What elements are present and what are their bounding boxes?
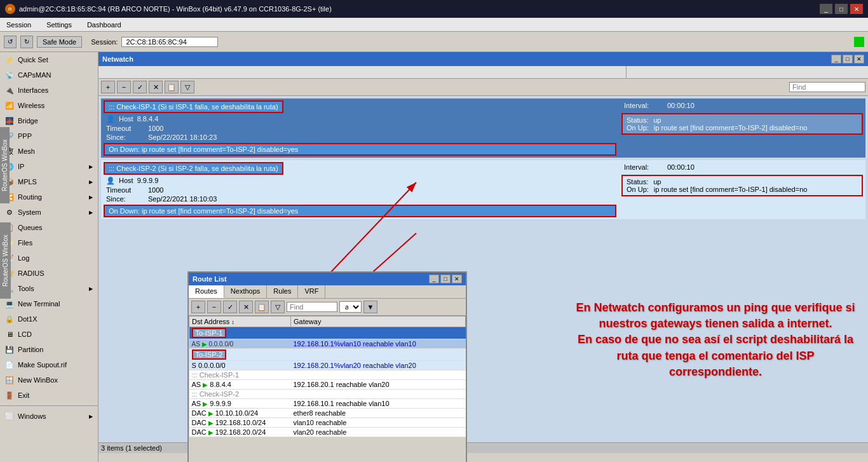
table-row[interactable]: ::: Check-ISP-2 [189,390,466,399]
route-close[interactable]: ✕ [452,275,462,283]
isp2-row[interactable]: ::: Check-ISP-2 (Si si ISP-2 falla, se d… [101,160,865,219]
route-titlebar: Route List _ □ ✕ [189,273,466,285]
isp1-header: ::: Check-ISP-1 (Si si ISP-1 falla, se d… [104,100,283,113]
col-dst-address[interactable]: Dst Address ↕ [189,316,291,327]
route-maximize[interactable]: □ [440,275,451,283]
route-minimize[interactable]: _ [429,275,439,283]
isp2-status-label: Status: [627,178,648,186]
refresh-icon[interactable]: ↺ [4,36,17,48]
sidebar-label-interfaces: Interfaces [18,86,48,94]
sidebar-item-files[interactable]: 📁 Files [0,235,98,250]
sidebar-item-radius[interactable]: 🔐 RADIUS [0,266,98,281]
table-row[interactable]: DAC ▶ 10.10.10.0/24 ether8 reachable [189,409,466,418]
table-row[interactable]: To-ISP-2 [189,349,466,361]
tab-rules[interactable]: Rules [267,285,298,298]
isp1-row[interactable]: ::: Check-ISP-1 (Si si ISP-1 falla, se d… [101,99,865,158]
netwatch-maximize[interactable]: □ [843,55,853,64]
table-row[interactable]: DAC ▶ 192.168.20.0/24 vlan20 reachable [189,428,466,437]
route-controls[interactable]: _ □ ✕ [429,275,462,283]
sidebar-label-system: System [18,208,41,216]
sidebar-item-tools[interactable]: 🔧 Tools [0,281,98,296]
reload-icon[interactable]: ↻ [20,36,33,48]
sidebar-item-wireless[interactable]: 📶 Wireless [0,98,98,113]
rt-filter-select[interactable]: all [339,301,362,313]
table-row[interactable]: DAC ▶ 192.168.10.0/24 vlan10 reachable [189,418,466,428]
annotation-line5: correspondiente. [669,365,762,378]
col-gateway[interactable]: Gateway [291,316,466,327]
sidebar-item-routing[interactable]: 🔀 Routing [0,189,98,205]
menu-settings[interactable]: Settings [43,20,76,30]
sidebar-label-files: Files [18,239,32,247]
sidebar-item-dot1x[interactable]: 🔒 Dot1X [0,311,98,327]
sidebar-label-mesh: Mesh [18,147,35,155]
isp1-status-box: Status: up On Up: ip route set [find com… [621,113,863,135]
sidebar-item-partition[interactable]: 💾 Partition [0,342,98,357]
rt-remove-button[interactable]: − [207,301,221,313]
table-row[interactable]: AS ▶ 9.9.9.9 192.168.10.1 reachable vlan… [189,399,466,409]
sidebar-item-mesh[interactable]: 🕸 Mesh [0,144,98,159]
isp1-host-label: Host [119,115,133,123]
sidebar-item-capsman[interactable]: 📡 CAPsMAN [0,67,98,83]
isp2-timeout-label: Timeout [106,186,144,194]
rt-dropdown-button[interactable]: ▼ [363,301,377,313]
nw-enable-button[interactable]: ✓ [133,81,147,93]
sidebar-item-bridge[interactable]: 🌉 Bridge [0,113,98,128]
sidebar-item-new-winbox[interactable]: 🪟 New WinBox [0,372,98,388]
isp2-host-icon: 👤 [106,177,115,185]
table-row[interactable]: AS ▶ 0.0.0.0/0 192.168.10.1%vlan10 reach… [189,339,466,349]
sidebar-item-exit[interactable]: 🚪 Exit [0,388,98,403]
sidebar-label-ppp: PPP [18,132,32,140]
nw-filter-button[interactable]: ▽ [180,81,194,93]
sidebar-item-quick-set[interactable]: ⚡ Quick Set [0,52,98,67]
isp2-since-row: Since: Sep/22/2021 18:10:03 [104,194,616,203]
table-row[interactable]: ::: Check-ISP-1 [189,370,466,380]
nw-copy-button[interactable]: 📋 [165,81,179,93]
title-bar-controls[interactable]: _ □ ✕ [820,4,863,14]
sidebar-item-windows[interactable]: ⬜ Windows [0,409,98,424]
nw-add-button[interactable]: + [101,81,115,93]
sidebar-item-new-terminal[interactable]: 💻 New Terminal [0,296,98,311]
close-button[interactable]: ✕ [850,4,863,14]
sidebar-item-make-supout[interactable]: 📄 Make Supout.rif [0,357,98,372]
rt-filter-button[interactable]: ▽ [271,301,285,313]
isp1-interval-row: Interval: 00:00:10 [621,100,863,111]
table-row[interactable]: AS ▶ 8.8.4.4 192.168.20.1 reachable vlan… [189,380,466,390]
menu-session[interactable]: Session [3,20,35,30]
capsman-icon: 📡 [5,71,14,79]
table-row[interactable]: To-ISP-1 [189,327,466,339]
safe-mode-button[interactable]: Safe Mode [37,36,82,48]
maximize-button[interactable]: □ [835,4,848,14]
netwatch-close[interactable]: ✕ [854,55,864,64]
rt-find-input[interactable] [287,302,337,312]
sidebar-item-interfaces[interactable]: 🔌 Interfaces [0,83,98,98]
sidebar-item-ppp[interactable]: 🔗 PPP [0,128,98,144]
sidebar-item-system[interactable]: ⚙ System [0,205,98,220]
minimize-button[interactable]: _ [820,4,832,14]
isp2-on-up-row: On Up: ip route set [find comment=To-ISP… [627,186,858,193]
netwatch-controls[interactable]: _ □ ✕ [831,55,864,64]
rt-enable-button[interactable]: ✓ [223,301,237,313]
sidebar-item-mpls[interactable]: 📦 MPLS [0,174,98,189]
nw-remove-button[interactable]: − [117,81,131,93]
rt-add-button[interactable]: + [191,301,205,313]
session-input[interactable] [121,37,218,47]
tab-nexthops[interactable]: Nexthops [224,285,267,298]
menu-dashboard[interactable]: Dashboard [83,20,125,30]
isp1-timeout-row: Timeout 1000 [104,124,616,133]
netwatch-minimize[interactable]: _ [831,55,841,64]
tab-routes[interactable]: Routes [189,285,224,298]
sidebar-item-queues[interactable]: 📋 Queues [0,220,98,235]
nw-find-input[interactable] [789,82,865,92]
isp2-interval-value: 00:00:10 [667,163,695,171]
table-row[interactable]: S 0.0.0.0/0 192.168.20.1%vlan20 reachabl… [189,361,466,370]
sidebar-item-ip[interactable]: 🌐 IP [0,159,98,174]
sidebar-label-ip: IP [18,163,24,170]
nw-disable-button[interactable]: ✕ [149,81,163,93]
tab-vrf[interactable]: VRF [298,285,325,298]
isp2-header: ::: Check-ISP-2 (Si si ISP-2 falla, se d… [104,162,283,175]
sidebar-item-log[interactable]: 📝 Log [0,250,98,266]
sidebar-item-lcd[interactable]: 🖥 LCD [0,327,98,342]
isp2-right: Interval: 00:00:10 Status: up On Up: ip … [621,162,863,217]
rt-disable-button[interactable]: ✕ [239,301,253,313]
rt-copy-button[interactable]: 📋 [255,301,269,313]
